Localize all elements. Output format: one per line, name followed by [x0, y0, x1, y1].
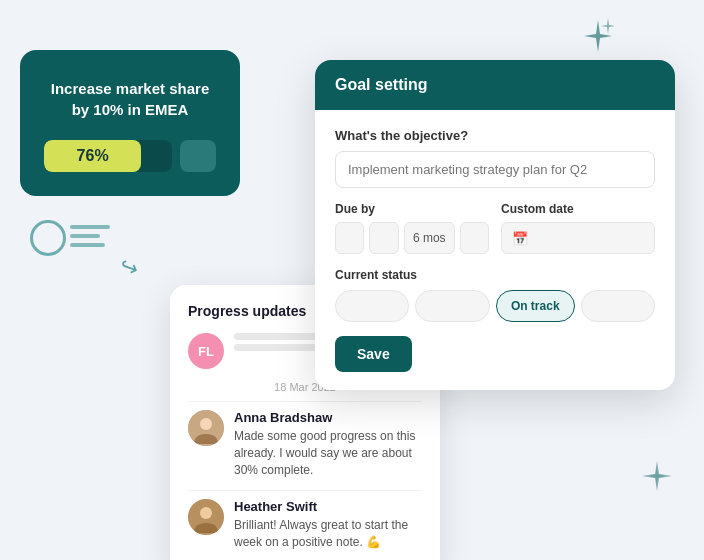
goal-card-header: Goal setting: [315, 60, 675, 110]
due-by-label: Due by: [335, 202, 489, 216]
status-pill-4[interactable]: [581, 290, 655, 322]
deco-line-3: [70, 243, 105, 247]
svg-point-3: [200, 507, 212, 519]
custom-date-section: Custom date 📅: [501, 202, 655, 254]
deco-lines: [70, 225, 110, 247]
due-by-months[interactable]: 6 mos: [404, 222, 455, 254]
current-status-label: Current status: [335, 268, 655, 282]
due-by-section: Due by 6 mos: [335, 202, 489, 254]
avatar-anna: [188, 410, 224, 446]
avatar-heather: [188, 499, 224, 535]
status-pill-2[interactable]: [415, 290, 489, 322]
status-options-row: On track: [335, 290, 655, 322]
progress-remaining: [180, 140, 216, 172]
anna-text: Made some good progress on this already.…: [234, 428, 422, 478]
goal-card-body: What's the objective? Due by 6 mos Custo…: [315, 110, 675, 390]
goal-setting-card: Goal setting What's the objective? Due b…: [315, 60, 675, 390]
due-by-pill-2[interactable]: [369, 222, 398, 254]
heather-text: Brilliant! Always great to start the wee…: [234, 517, 422, 551]
progress-bar-wrap: 76%: [44, 140, 172, 172]
anna-name: Anna Bradshaw: [234, 410, 422, 425]
divider-2: [188, 490, 422, 491]
metric-card: Increase market share by 10% in EMEA 76%: [20, 50, 240, 196]
deco-line-1: [70, 225, 110, 229]
deco-line-2: [70, 234, 100, 238]
progress-bar-fill: 76%: [44, 140, 141, 172]
goal-card-title: Goal setting: [335, 76, 427, 93]
progress-bar-label: 76%: [67, 147, 119, 165]
avatar-fl: FL: [188, 333, 224, 369]
deco-arrow-icon: ↪: [116, 253, 142, 284]
sparkle-bottom-icon: [640, 459, 674, 500]
divider-1: [188, 401, 422, 402]
objective-input[interactable]: [335, 151, 655, 188]
progress-bar-container: 76%: [44, 140, 216, 172]
deco-circle: [30, 220, 66, 256]
comment-row-heather: Heather Swift Brilliant! Always great to…: [188, 499, 422, 551]
status-pill-1[interactable]: [335, 290, 409, 322]
objective-label: What's the objective?: [335, 128, 655, 143]
due-by-inputs: 6 mos: [335, 222, 489, 254]
svg-point-1: [200, 418, 212, 430]
anna-comment-content: Anna Bradshaw Made some good progress on…: [234, 410, 422, 478]
comment-row-anna: Anna Bradshaw Made some good progress on…: [188, 410, 422, 478]
sparkle-top-icon: [574, 18, 614, 63]
status-pill-on-track[interactable]: On track: [496, 290, 575, 322]
custom-date-label: Custom date: [501, 202, 655, 216]
save-button[interactable]: Save: [335, 336, 412, 372]
due-by-pill-1[interactable]: [335, 222, 364, 254]
metric-card-title: Increase market share by 10% in EMEA: [44, 78, 216, 120]
date-row: Due by 6 mos Custom date 📅: [335, 202, 655, 254]
decoration-left: [30, 220, 66, 256]
heather-name: Heather Swift: [234, 499, 422, 514]
custom-date-input[interactable]: 📅: [501, 222, 655, 254]
calendar-icon: 📅: [512, 231, 528, 246]
heather-comment-content: Heather Swift Brilliant! Always great to…: [234, 499, 422, 551]
due-by-pill-3[interactable]: [460, 222, 489, 254]
